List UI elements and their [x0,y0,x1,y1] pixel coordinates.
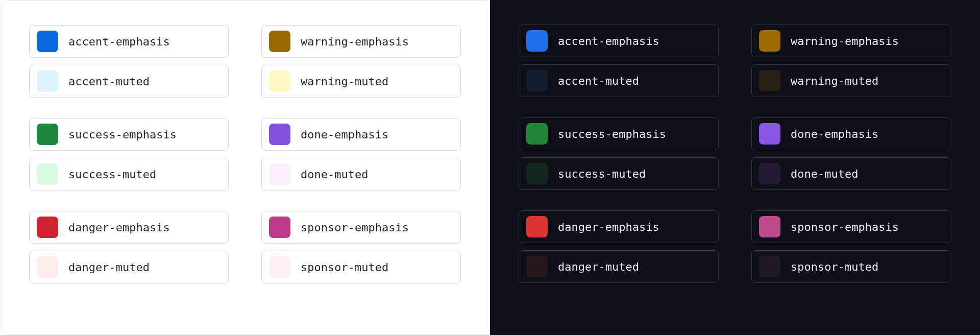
swatch-success-muted: success-muted [519,157,719,190]
swatch-danger-emphasis: danger-emphasis [519,210,719,243]
swatch-label: sponsor-muted [791,260,878,273]
color-group: accent-emphasis warning-emphasis accent-… [519,25,951,97]
swatch-danger-emphasis: danger-emphasis [29,211,229,244]
swatch-accent-emphasis: accent-emphasis [519,25,719,57]
swatch-chip [759,123,780,145]
swatch-chip [526,30,548,52]
swatch-label: danger-emphasis [68,221,170,234]
swatch-chip [37,217,58,238]
swatch-label: warning-emphasis [791,35,899,47]
swatch-chip [526,123,548,145]
swatch-label: danger-muted [68,261,150,274]
swatch-done-muted: done-muted [751,157,951,190]
swatch-chip [759,70,780,91]
swatch-label: danger-muted [558,260,639,273]
swatch-label: done-muted [301,168,368,181]
swatch-sponsor-emphasis: sponsor-emphasis [261,211,461,244]
color-group: danger-emphasis sponsor-emphasis danger-… [519,210,951,283]
swatch-chip [759,163,780,184]
swatch-chip [269,256,290,278]
swatch-label: success-muted [68,168,156,181]
swatch-done-muted: done-muted [261,158,461,190]
swatch-chip [526,216,548,237]
color-group: accent-emphasis warning-emphasis accent-… [29,25,461,98]
swatch-warning-muted: warning-muted [261,65,461,98]
swatch-label: done-emphasis [791,128,878,140]
swatch-danger-muted: danger-muted [29,251,229,283]
swatch-accent-emphasis: accent-emphasis [29,25,229,58]
swatch-success-emphasis: success-emphasis [29,118,229,151]
swatch-label: sponsor-muted [301,261,388,274]
swatch-chip [526,256,548,277]
swatch-sponsor-emphasis: sponsor-emphasis [751,210,951,243]
swatch-label: warning-muted [301,75,388,88]
swatch-label: sponsor-emphasis [301,221,409,234]
swatch-chip [269,124,290,145]
swatch-label: warning-emphasis [301,35,409,48]
swatch-label: success-muted [558,167,646,180]
swatch-accent-muted: accent-muted [29,65,229,98]
swatch-label: warning-muted [791,75,878,87]
swatch-danger-muted: danger-muted [519,250,719,283]
light-theme-panel: accent-emphasis warning-emphasis accent-… [0,0,490,335]
swatch-chip [759,216,780,237]
swatch-chip [269,70,290,92]
swatch-success-emphasis: success-emphasis [519,117,719,150]
swatch-chip [269,217,290,238]
dark-theme-panel: accent-emphasis warning-emphasis accent-… [490,0,980,335]
swatch-label: accent-muted [68,75,150,88]
swatch-chip [37,124,58,145]
swatch-success-muted: success-muted [29,158,229,190]
swatch-chip [759,30,780,52]
swatch-label: danger-emphasis [558,221,659,233]
swatch-chip [37,70,58,92]
swatch-label: done-muted [791,167,858,180]
swatch-warning-emphasis: warning-emphasis [751,25,951,57]
color-group: danger-emphasis sponsor-emphasis danger-… [29,211,461,283]
swatch-chip [37,256,58,278]
swatch-chip [37,31,58,52]
color-group: success-emphasis done-emphasis success-m… [519,117,951,190]
swatch-sponsor-muted: sponsor-muted [751,250,951,283]
swatch-sponsor-muted: sponsor-muted [261,251,461,283]
swatch-chip [37,163,58,185]
swatch-label: success-emphasis [68,128,177,141]
swatch-label: done-emphasis [301,128,388,141]
swatch-label: accent-emphasis [558,35,659,47]
swatch-label: success-emphasis [558,128,666,140]
swatch-chip [759,256,780,277]
swatch-chip [269,31,290,52]
swatch-accent-muted: accent-muted [519,64,719,97]
swatch-label: accent-emphasis [68,35,170,48]
swatch-label: accent-muted [558,75,639,87]
swatch-warning-emphasis: warning-emphasis [261,25,461,58]
swatch-warning-muted: warning-muted [751,64,951,97]
swatch-chip [269,163,290,185]
swatch-chip [526,70,548,91]
color-group: success-emphasis done-emphasis success-m… [29,118,461,190]
swatch-label: sponsor-emphasis [791,221,899,233]
swatch-done-emphasis: done-emphasis [751,117,951,150]
swatch-done-emphasis: done-emphasis [261,118,461,151]
swatch-chip [526,163,548,184]
